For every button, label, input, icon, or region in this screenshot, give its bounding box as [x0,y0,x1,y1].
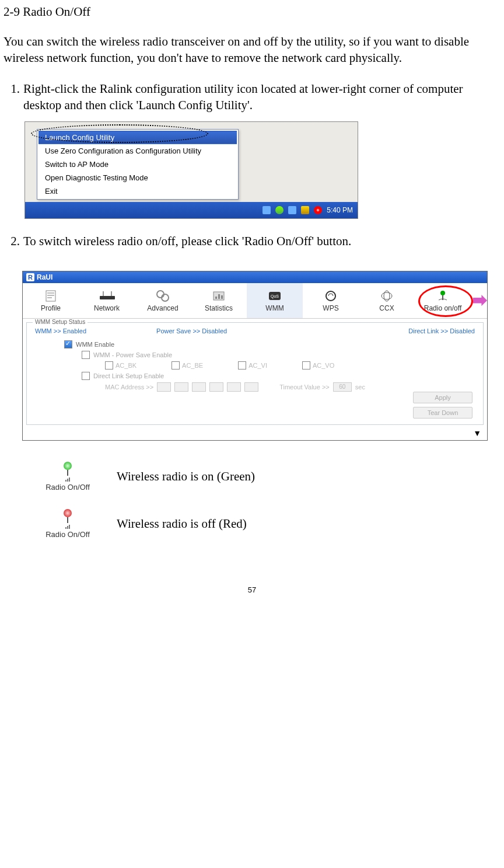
wps-icon [323,289,339,303]
toolbar-more-arrow[interactable] [473,294,487,308]
radio-on-text: Wireless radio is on (Green) [117,469,255,484]
svg-rect-10 [215,297,217,299]
tab-advanced-label: Advanced [147,304,178,312]
tab-radio-onoff[interactable]: Radio on/off [415,283,471,318]
tray-icon-1[interactable] [262,206,271,214]
timeout-unit: sec [355,384,365,391]
menu-item-diagnostic[interactable]: Open Diagnostic Testing Mode [38,171,237,184]
mac-octet-4 [209,382,223,392]
main-toolbar: Profile Network Advanced Statistics QoS … [23,283,487,319]
radio-on-icon: Radio On/Off [33,462,103,491]
network-icon [99,289,115,303]
direct-link-label: Direct Link Setup Enable [93,372,164,379]
mac-octet-6 [244,382,258,392]
power-save-status: Power Save >> Disabled [156,327,227,334]
tray-icon-3[interactable] [288,206,296,214]
ac-vi-checkbox [238,361,246,369]
shield-icon[interactable] [301,206,309,214]
power-save-label: WMM - Power Save Enable [93,351,172,358]
direct-link-checkbox[interactable] [82,372,90,380]
mac-octet-2 [174,382,188,392]
step-2-number: 2. [4,233,23,249]
ac-bk-checkbox [105,361,113,369]
radio-off-text: Wireless radio is off (Red) [117,517,247,531]
step-2: 2. To switch wireless radio on/off, plea… [4,233,501,249]
svg-point-8 [162,294,169,301]
ccx-icon [379,289,395,303]
ac-bk-label: AC_BK [116,362,136,369]
tab-profile[interactable]: Profile [23,283,79,318]
wmm-enable-checkbox[interactable] [64,340,72,348]
legend-radio-on: Radio On/Off Wireless radio is on (Green… [33,462,501,491]
step-1: 1. Right-click the Ralink configuration … [4,81,501,114]
svg-rect-2 [47,295,54,296]
svg-point-16 [382,292,392,299]
screenshot-raui-window: R RaUI Profile Network Advanced Statist [22,271,488,441]
apply-button[interactable]: Apply [413,392,473,403]
intro-paragraph: You can switch the wireless radio transc… [4,33,501,67]
tab-ccx-label: CCX [379,304,394,312]
app-icon: R [26,273,34,281]
tab-network[interactable]: Network [79,283,135,318]
direct-link-status: Direct Link >> Disabled [408,327,475,334]
svg-rect-3 [47,297,52,298]
svg-rect-12 [221,295,223,299]
tray-context-menu: Launch Config Utility Use Zero Configura… [37,129,239,200]
windows-taskbar: 5:40 PM [25,202,358,218]
svg-point-7 [157,291,164,298]
tab-network-label: Network [94,304,120,312]
ac-vi-label: AC_VI [249,362,267,369]
step-2-text: To switch wireless radio on/off, please … [23,233,501,249]
timeout-label: Timeout Value >> [279,384,330,391]
menu-item-zero-config[interactable]: Use Zero Configuration as Configuration … [38,144,237,158]
svg-rect-11 [218,294,220,299]
page-number: 57 [4,585,501,594]
tab-profile-label: Profile [41,304,61,312]
mac-octet-5 [227,382,241,392]
wmm-enable-label: WMM Enable [76,341,114,348]
profile-icon [43,289,59,303]
svg-rect-4 [100,296,115,299]
antivirus-icon[interactable] [314,206,322,214]
power-save-checkbox[interactable] [82,351,90,359]
radio-off-icon-label: Radio On/Off [46,530,90,539]
advanced-icon [155,289,171,303]
tab-advanced[interactable]: Advanced [135,283,191,318]
svg-rect-1 [47,292,54,294]
ac-be-label: AC_BE [182,362,203,369]
screenshot-context-menu: Launch Config Utility Use Zero Configura… [24,121,358,219]
tab-wps[interactable]: WPS [303,283,359,318]
legend-radio-off: Radio On/Off Wireless radio is off (Red) [33,509,501,539]
timeout-value: 60 [333,382,352,392]
step-1-number: 1. [4,81,23,114]
tear-down-button[interactable]: Tear Down [413,407,473,419]
menu-item-switch-ap[interactable]: Switch to AP Mode [38,158,237,171]
ac-vo-label: AC_VO [313,362,334,369]
mac-octet-1 [157,382,171,392]
menu-item-exit[interactable]: Exit [38,184,237,198]
radio-icon [435,289,451,303]
ac-be-checkbox [172,361,180,369]
tab-statistics[interactable]: Statistics [191,283,247,318]
menu-item-launch-config[interactable]: Launch Config Utility [38,131,237,144]
radio-off-icon: Radio On/Off [33,509,103,539]
tab-wmm[interactable]: QoS WMM [247,283,303,318]
antenna-red-icon [64,509,72,517]
expand-arrow-icon[interactable]: ▼ [23,428,487,440]
tab-radio-label: Radio on/off [424,304,462,312]
wmm-setup-panel: WMM Setup Status WMM >> Enabled Power Sa… [26,322,484,425]
svg-point-15 [326,291,335,301]
mac-octet-3 [192,382,206,392]
ralink-tray-icon[interactable] [275,206,284,214]
tab-ccx[interactable]: CCX [359,283,415,318]
section-title: 2-9 Radio On/Off [4,5,501,19]
wmm-group-label: WMM Setup Status [33,319,88,325]
tab-wmm-label: WMM [265,304,284,312]
wmm-icon: QoS [267,289,283,303]
svg-point-18 [440,291,445,295]
antenna-green-icon [64,462,72,470]
radio-on-icon-label: Radio On/Off [46,483,90,491]
ac-vo-checkbox [302,361,310,369]
window-titlebar: R RaUI [23,271,487,283]
tab-wps-label: WPS [323,304,338,312]
